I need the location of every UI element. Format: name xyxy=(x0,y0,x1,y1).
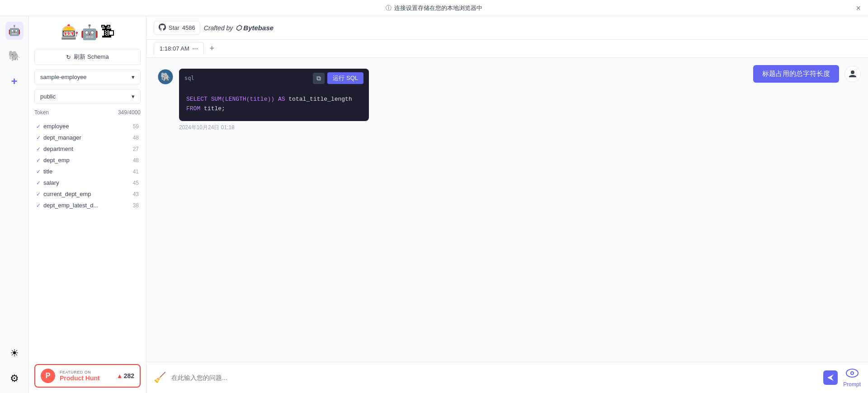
product-hunt-logo: P xyxy=(41,369,55,383)
send-button[interactable] xyxy=(823,370,838,385)
table-count: 41 xyxy=(133,168,139,175)
bytebase-icon: ⬡ xyxy=(236,24,241,32)
check-icon: ✓ xyxy=(36,168,41,175)
table-item-title[interactable]: ✓ title 41 xyxy=(34,166,141,177)
broom-icon[interactable]: 🧹 xyxy=(154,372,166,384)
github-icon xyxy=(159,23,166,32)
table-name: title xyxy=(43,168,52,175)
table-count: 43 xyxy=(133,191,139,197)
sidebar-icon-theme[interactable]: ☀ xyxy=(5,344,24,362)
bytebase-name: Bytebase xyxy=(243,24,274,32)
user-icon-button[interactable] xyxy=(844,66,861,82)
copy-button[interactable]: ⧉ xyxy=(313,73,325,84)
product-hunt-count-area: ▲ 282 xyxy=(117,372,134,379)
table-item-current-dept-emp[interactable]: ✓ current_dept_emp 43 xyxy=(34,189,141,199)
check-icon: ✓ xyxy=(36,135,41,141)
star-label: Star xyxy=(169,24,179,31)
tab-item-0[interactable]: 1:18:07 AM ⋯ xyxy=(154,42,204,55)
check-icon: ✓ xyxy=(36,191,41,197)
table-list: ✓ employee 59 ✓ dept_manager 48 ✓ depart… xyxy=(34,121,141,360)
add-tab-button[interactable]: + xyxy=(206,42,218,55)
table-item-employee[interactable]: ✓ employee 59 xyxy=(34,121,141,131)
message-row: 🐘 sql ⧉ 运行 SQL xyxy=(157,69,857,131)
product-hunt-banner[interactable]: P FEATURED ON Product Hunt ▲ 282 xyxy=(34,364,141,388)
sql-actions: ⧉ 运行 SQL xyxy=(313,72,363,84)
table-name: employee xyxy=(43,123,69,130)
run-sql-button[interactable]: 运行 SQL xyxy=(327,72,363,84)
token-info: Token 349/4000 xyxy=(34,108,141,117)
prompt-button[interactable]: Prompt xyxy=(843,368,861,388)
top-right-actions: 标题占用的总字符长度 xyxy=(753,65,861,83)
table-item-department[interactable]: ✓ department 27 xyxy=(34,144,141,154)
sql-block: sql ⧉ 运行 SQL SELECT SUM(LEN xyxy=(179,69,369,121)
sql-label: sql xyxy=(184,75,194,81)
table-count: 27 xyxy=(133,146,139,152)
schema-dropdown[interactable]: public ▾ xyxy=(34,89,141,104)
database-dropdown[interactable]: sample-employee ▾ xyxy=(34,70,141,84)
table-name: salary xyxy=(43,179,59,186)
tab-bar: 1:18:07 AM ⋯ + xyxy=(146,40,868,58)
star-button[interactable]: Star 4586 xyxy=(154,21,200,35)
sidebar-icon-database[interactable]: 🐘 xyxy=(5,47,24,65)
table-count: 38 xyxy=(133,202,139,209)
sidebar-icon-robot[interactable]: 🤖 xyxy=(5,22,24,40)
upvote-icon: ▲ xyxy=(117,372,123,379)
sql-body: SELECT SUM(LENGTH(title)) AS total_title… xyxy=(179,88,369,121)
chevron-down-icon-2: ▾ xyxy=(132,93,135,100)
table-count: 45 xyxy=(133,180,139,186)
chat-area: 标题占用的总字符长度 🐘 xyxy=(146,58,868,393)
chat-input[interactable] xyxy=(171,374,818,381)
refresh-schema-button[interactable]: ↻ 刷新 Schema xyxy=(34,49,141,65)
table-count: 48 xyxy=(133,157,139,164)
table-item-dept-emp[interactable]: ✓ dept_emp 48 xyxy=(34,155,141,165)
table-name: dept_emp xyxy=(43,157,70,164)
chevron-down-icon: ▾ xyxy=(132,74,135,80)
notice-text: 连接设置存储在您的本地浏览器中 xyxy=(394,4,482,12)
tab-label: 1:18:07 AM xyxy=(160,45,189,52)
crafted-by-area: Crafted by ⬡ Bytebase xyxy=(204,24,274,32)
logo-icon-1: 🎰 xyxy=(61,23,79,41)
table-item-dept-manager[interactable]: ✓ dept_manager 48 xyxy=(34,132,141,143)
tab-options-icon: ⋯ xyxy=(192,45,198,52)
notice-bar: ⓘ 连接设置存储在您的本地浏览器中 × xyxy=(0,0,868,16)
refresh-label: 刷新 Schema xyxy=(74,53,108,61)
add-connection-button[interactable]: + xyxy=(5,72,24,90)
content-header: Star 4586 Crafted by ⬡ Bytebase xyxy=(146,16,868,40)
token-value: 349/4000 xyxy=(118,109,141,116)
logo-area: 🎰 🤖 🗜 xyxy=(34,22,141,44)
crafted-by-text: Crafted by xyxy=(204,24,233,32)
logo-icons: 🎰 🤖 🗜 xyxy=(61,23,115,41)
left-panel: 🎰 🤖 🗜 ↻ 刷新 Schema sample-employee ▾ publ… xyxy=(29,16,146,393)
prompt-eye-icon xyxy=(846,368,859,380)
message-content: sql ⧉ 运行 SQL SELECT SUM(LEN xyxy=(179,69,369,131)
check-icon: ✓ xyxy=(36,157,41,164)
check-icon: ✓ xyxy=(36,146,41,152)
table-name: department xyxy=(43,145,73,152)
product-hunt-count: 282 xyxy=(124,372,134,379)
table-name: current_dept_emp xyxy=(43,191,91,197)
notice-close-button[interactable]: × xyxy=(856,4,861,12)
check-icon: ✓ xyxy=(36,180,41,186)
check-icon: ✓ xyxy=(36,202,41,209)
logo-icon-3: 🗜 xyxy=(100,23,115,41)
right-content: Star 4586 Crafted by ⬡ Bytebase 1:18:07 … xyxy=(146,16,868,393)
table-name: dept_emp_latest_d... xyxy=(43,202,98,209)
prompt-label: Prompt xyxy=(843,381,861,388)
table-count: 48 xyxy=(133,135,139,141)
table-name: dept_manager xyxy=(43,134,81,141)
chat-input-area: 🧹 Prompt xyxy=(146,362,868,393)
product-hunt-featured-label: FEATURED ON xyxy=(60,370,112,374)
sql-block-header: sql ⧉ 运行 SQL xyxy=(179,69,369,88)
sql-line-1: SELECT SUM(LENGTH(title)) AS total_title… xyxy=(186,95,362,104)
chat-messages: 🐘 sql ⧉ 运行 SQL xyxy=(146,58,868,362)
char-count-button[interactable]: 标题占用的总字符长度 xyxy=(753,65,839,83)
refresh-icon: ↻ xyxy=(66,54,71,61)
sidebar-icon-settings[interactable]: ⚙ xyxy=(5,370,24,388)
table-count: 59 xyxy=(133,123,139,130)
table-item-dept-emp-latest[interactable]: ✓ dept_emp_latest_d... 38 xyxy=(34,200,141,211)
product-hunt-name: Product Hunt xyxy=(60,374,112,382)
check-icon: ✓ xyxy=(36,123,41,130)
logo-icon-2: 🤖 xyxy=(80,23,99,41)
message-timestamp: 2024年10月24日 01:18 xyxy=(179,124,369,131)
table-item-salary[interactable]: ✓ salary 45 xyxy=(34,178,141,188)
